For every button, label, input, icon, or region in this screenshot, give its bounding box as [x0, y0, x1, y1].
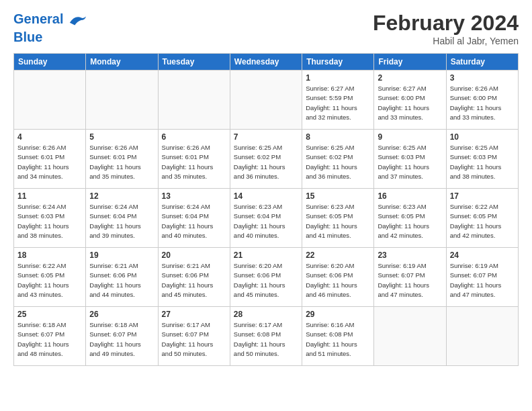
day-info: Sunrise: 6:23 AMSunset: 6:04 PMDaylight:…: [234, 202, 298, 240]
day-number: 8: [306, 132, 370, 142]
day-number: 19: [89, 250, 154, 260]
day-info: Sunrise: 6:25 AMSunset: 6:02 PMDaylight:…: [234, 143, 298, 181]
table-row: 13Sunrise: 6:24 AMSunset: 6:04 PMDayligh…: [158, 189, 230, 248]
day-number: 27: [162, 310, 226, 319]
col-friday: Friday: [374, 54, 446, 71]
day-number: 13: [162, 191, 226, 201]
day-number: 29: [306, 310, 370, 319]
table-row: 28Sunrise: 6:17 AMSunset: 6:08 PMDayligh…: [230, 307, 302, 366]
day-info: Sunrise: 6:27 AMSunset: 6:00 PMDaylight:…: [378, 84, 442, 122]
day-number: 12: [89, 191, 154, 201]
month-title: February 2024: [373, 11, 519, 36]
day-info: Sunrise: 6:16 AMSunset: 6:08 PMDaylight:…: [306, 320, 370, 359]
day-number: 9: [378, 132, 442, 142]
day-info: Sunrise: 6:22 AMSunset: 6:05 PMDaylight:…: [450, 202, 515, 240]
day-info: Sunrise: 6:24 AMSunset: 6:04 PMDaylight:…: [89, 202, 154, 240]
day-info: Sunrise: 6:19 AMSunset: 6:07 PMDaylight:…: [378, 261, 442, 300]
logo-bird-icon: [69, 11, 87, 30]
table-row: 27Sunrise: 6:17 AMSunset: 6:07 PMDayligh…: [158, 307, 230, 366]
day-info: Sunrise: 6:26 AMSunset: 6:01 PMDaylight:…: [89, 143, 154, 181]
page: General Blue February 2024 Habil al Jabr…: [0, 0, 532, 411]
table-row: [230, 71, 302, 130]
day-number: 2: [378, 73, 442, 83]
day-info: Sunrise: 6:17 AMSunset: 6:07 PMDaylight:…: [162, 320, 226, 359]
table-row: 29Sunrise: 6:16 AMSunset: 6:08 PMDayligh…: [302, 307, 374, 366]
day-number: 21: [234, 250, 298, 260]
day-info: Sunrise: 6:27 AMSunset: 5:59 PMDaylight:…: [306, 84, 370, 122]
table-row: 3Sunrise: 6:26 AMSunset: 6:00 PMDaylight…: [446, 71, 518, 130]
col-monday: Monday: [86, 54, 158, 71]
day-info: Sunrise: 6:25 AMSunset: 6:03 PMDaylight:…: [378, 143, 442, 181]
day-number: 7: [234, 132, 298, 142]
logo-general: General: [13, 11, 63, 26]
table-row: [446, 307, 518, 366]
table-row: 18Sunrise: 6:22 AMSunset: 6:05 PMDayligh…: [14, 248, 86, 307]
table-row: 12Sunrise: 6:24 AMSunset: 6:04 PMDayligh…: [86, 189, 158, 248]
day-info: Sunrise: 6:17 AMSunset: 6:08 PMDaylight:…: [234, 320, 298, 359]
day-info: Sunrise: 6:26 AMSunset: 6:00 PMDaylight:…: [450, 84, 515, 122]
calendar-week-row: 11Sunrise: 6:24 AMSunset: 6:03 PMDayligh…: [14, 189, 519, 248]
day-number: 25: [17, 310, 82, 319]
logo-blue: Blue: [13, 30, 87, 45]
day-info: Sunrise: 6:18 AMSunset: 6:07 PMDaylight:…: [89, 320, 154, 359]
table-row: 9Sunrise: 6:25 AMSunset: 6:03 PMDaylight…: [374, 130, 446, 189]
table-row: 19Sunrise: 6:21 AMSunset: 6:06 PMDayligh…: [86, 248, 158, 307]
day-info: Sunrise: 6:19 AMSunset: 6:07 PMDaylight:…: [450, 261, 515, 300]
day-number: 10: [450, 132, 515, 142]
table-row: 5Sunrise: 6:26 AMSunset: 6:01 PMDaylight…: [86, 130, 158, 189]
table-row: 14Sunrise: 6:23 AMSunset: 6:04 PMDayligh…: [230, 189, 302, 248]
table-row: 7Sunrise: 6:25 AMSunset: 6:02 PMDaylight…: [230, 130, 302, 189]
header: General Blue February 2024 Habil al Jabr…: [13, 11, 519, 46]
location-subtitle: Habil al Jabr, Yemen: [373, 36, 519, 46]
table-row: 8Sunrise: 6:25 AMSunset: 6:02 PMDaylight…: [302, 130, 374, 189]
day-number: 17: [450, 191, 515, 201]
day-info: Sunrise: 6:20 AMSunset: 6:06 PMDaylight:…: [306, 261, 370, 300]
table-row: 15Sunrise: 6:23 AMSunset: 6:05 PMDayligh…: [302, 189, 374, 248]
day-number: 14: [234, 191, 298, 201]
calendar-header-row: Sunday Monday Tuesday Wednesday Thursday…: [14, 54, 519, 71]
table-row: 21Sunrise: 6:20 AMSunset: 6:06 PMDayligh…: [230, 248, 302, 307]
day-number: 1: [306, 73, 370, 83]
table-row: 20Sunrise: 6:21 AMSunset: 6:06 PMDayligh…: [158, 248, 230, 307]
logo: General Blue: [13, 11, 87, 45]
day-info: Sunrise: 6:23 AMSunset: 6:05 PMDaylight:…: [306, 202, 370, 240]
table-row: 4Sunrise: 6:26 AMSunset: 6:01 PMDaylight…: [14, 130, 86, 189]
day-number: 26: [89, 310, 154, 319]
day-number: 22: [306, 250, 370, 260]
day-info: Sunrise: 6:24 AMSunset: 6:04 PMDaylight:…: [162, 202, 226, 240]
calendar-week-row: 25Sunrise: 6:18 AMSunset: 6:07 PMDayligh…: [14, 307, 519, 366]
title-block: February 2024 Habil al Jabr, Yemen: [373, 11, 519, 46]
table-row: 26Sunrise: 6:18 AMSunset: 6:07 PMDayligh…: [86, 307, 158, 366]
day-number: 20: [162, 250, 226, 260]
day-info: Sunrise: 6:25 AMSunset: 6:03 PMDaylight:…: [450, 143, 515, 181]
day-info: Sunrise: 6:24 AMSunset: 6:03 PMDaylight:…: [17, 202, 82, 240]
day-info: Sunrise: 6:22 AMSunset: 6:05 PMDaylight:…: [17, 261, 82, 300]
calendar-week-row: 4Sunrise: 6:26 AMSunset: 6:01 PMDaylight…: [14, 130, 519, 189]
table-row: 16Sunrise: 6:23 AMSunset: 6:05 PMDayligh…: [374, 189, 446, 248]
day-info: Sunrise: 6:21 AMSunset: 6:06 PMDaylight:…: [89, 261, 154, 300]
table-row: 17Sunrise: 6:22 AMSunset: 6:05 PMDayligh…: [446, 189, 518, 248]
day-number: 16: [378, 191, 442, 201]
day-info: Sunrise: 6:25 AMSunset: 6:02 PMDaylight:…: [306, 143, 370, 181]
day-number: 15: [306, 191, 370, 201]
day-info: Sunrise: 6:18 AMSunset: 6:07 PMDaylight:…: [17, 320, 82, 359]
day-info: Sunrise: 6:21 AMSunset: 6:06 PMDaylight:…: [162, 261, 226, 300]
table-row: [14, 71, 86, 130]
day-number: 24: [450, 250, 515, 260]
calendar-table: Sunday Monday Tuesday Wednesday Thursday…: [13, 53, 519, 366]
table-row: [86, 71, 158, 130]
table-row: 22Sunrise: 6:20 AMSunset: 6:06 PMDayligh…: [302, 248, 374, 307]
table-row: 23Sunrise: 6:19 AMSunset: 6:07 PMDayligh…: [374, 248, 446, 307]
table-row: 10Sunrise: 6:25 AMSunset: 6:03 PMDayligh…: [446, 130, 518, 189]
col-sunday: Sunday: [14, 54, 86, 71]
col-thursday: Thursday: [302, 54, 374, 71]
day-number: 18: [17, 250, 82, 260]
day-info: Sunrise: 6:20 AMSunset: 6:06 PMDaylight:…: [234, 261, 298, 300]
table-row: 2Sunrise: 6:27 AMSunset: 6:00 PMDaylight…: [374, 71, 446, 130]
day-info: Sunrise: 6:26 AMSunset: 6:01 PMDaylight:…: [17, 143, 82, 181]
day-number: 11: [17, 191, 82, 201]
col-tuesday: Tuesday: [158, 54, 230, 71]
day-info: Sunrise: 6:23 AMSunset: 6:05 PMDaylight:…: [378, 202, 442, 240]
day-info: Sunrise: 6:26 AMSunset: 6:01 PMDaylight:…: [162, 143, 226, 181]
day-number: 6: [162, 132, 226, 142]
